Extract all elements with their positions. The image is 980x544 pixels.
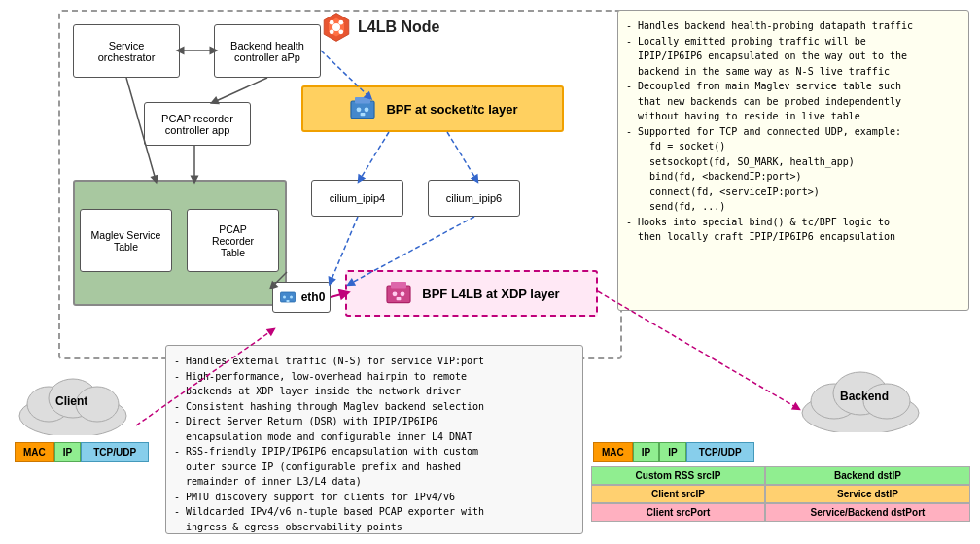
client-label: Client (55, 394, 88, 408)
backend-cloud: Backend (797, 364, 924, 434)
maglev-table-label: Maglev Service Table (81, 229, 171, 253)
svg-point-18 (393, 291, 398, 296)
service-orchestrator-box: Serviceorchestrator (73, 24, 180, 78)
rss-row2: Client srcIP Service dstIP (591, 485, 970, 503)
svg-point-2 (332, 23, 340, 31)
backend-packet-tcpudp: TCP/UDP (686, 442, 754, 462)
svg-rect-20 (397, 297, 402, 300)
rss-table: Custom RSS srcIP Backend dstIP Client sr… (591, 466, 970, 522)
pcap-recorder-label: PCAP recordercontroller app (161, 113, 233, 136)
bpf-socket-icon (347, 93, 378, 124)
client-packet-ip: IP (54, 442, 81, 462)
pcap-table-box: PCAPRecorderTable (187, 209, 279, 272)
bpf-socket-box: BPF at socket/tc layer (301, 85, 564, 132)
backend-packet-ip2: IP (659, 442, 685, 462)
backend-packets-row: MAC IP IP TCP/UDP (593, 442, 754, 462)
rss-service-dstip: Service dstIP (765, 485, 970, 503)
pcap-table-label: PCAPRecorderTable (212, 223, 254, 258)
svg-point-5 (330, 29, 334, 34)
svg-rect-15 (286, 300, 289, 302)
bottom-info-content: - Handles external traffic (N-S) for ser… (174, 354, 575, 534)
cilium-ipip4-box: cilium_ipip4 (311, 180, 403, 217)
svg-point-13 (283, 296, 286, 299)
bpf-xdp-box: BPF L4LB at XDP layer (345, 270, 598, 317)
svg-rect-8 (355, 97, 370, 103)
svg-point-6 (338, 29, 343, 34)
client-packet-mac: MAC (15, 442, 54, 462)
backend-packet-mac: MAC (593, 442, 633, 462)
backend-packet-ip1: IP (633, 442, 659, 462)
client-packets-row: MAC IP TCP/UDP (15, 442, 149, 462)
maglev-table-box: Maglev Service Table (80, 209, 172, 272)
svg-point-3 (330, 20, 334, 25)
client-cloud: Client (15, 367, 131, 437)
svg-rect-11 (361, 113, 366, 116)
svg-point-10 (365, 107, 369, 112)
rss-client-srcport: Client srcPort (591, 503, 765, 522)
cilium-ipip6-box: cilium_ipip6 (428, 180, 520, 217)
pcap-recorder-box: PCAP recordercontroller app (144, 102, 251, 146)
svg-point-4 (338, 20, 343, 25)
svg-point-9 (357, 107, 362, 112)
rss-custom-srcip: Custom RSS srcIP (591, 466, 765, 485)
svg-point-19 (401, 291, 405, 296)
bottom-left-info-box: - Handles external traffic (N-S) for ser… (165, 345, 583, 534)
right-info-box: - Handles backend health-probing datapat… (617, 10, 969, 311)
l4lb-node-label: L4LB Node (321, 12, 439, 43)
rss-service-backend-dstport: Service/Backend dstPort (765, 503, 970, 522)
architecture-diagram: L4LB Node Serviceorchestrator Backend he… (0, 0, 980, 544)
client-packet-tcpudp: TCP/UDP (81, 442, 149, 462)
eth0-box: eth0 (272, 282, 331, 313)
rss-client-srcip: Client srcIP (591, 485, 765, 503)
rss-row3: Client srcPort Service/Backend dstPort (591, 503, 970, 522)
svg-point-14 (290, 296, 293, 299)
svg-rect-17 (391, 282, 406, 288)
eth0-network-icon (278, 288, 298, 307)
rss-backend-dstip: Backend dstIP (765, 466, 970, 485)
right-info-content: - Handles backend health-probing datapat… (626, 18, 961, 245)
rss-row1: Custom RSS srcIP Backend dstIP (591, 466, 970, 485)
bpf-xdp-icon (383, 278, 414, 309)
hex-icon (321, 12, 352, 43)
backend-health-box: Backend healthcontroller aPp (214, 24, 321, 78)
backend-health-label: Backend healthcontroller aPp (230, 40, 304, 63)
backend-label: Backend (840, 390, 889, 403)
service-orchestrator-label: Serviceorchestrator (98, 40, 156, 63)
